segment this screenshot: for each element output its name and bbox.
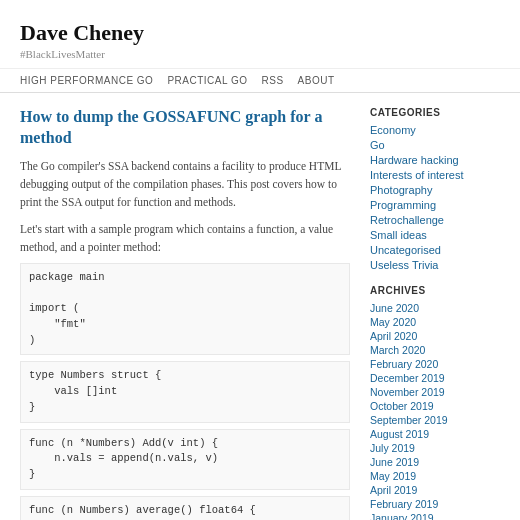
sidebar: CATEGORIES EconomyGoHardware hackingInte…: [370, 107, 500, 520]
category-link[interactable]: Retrochallenge: [370, 214, 500, 226]
code-block-3: func (n *Numbers) Add(v int) { n.vals = …: [20, 429, 350, 490]
archive-link[interactable]: June 2020: [370, 302, 500, 314]
archive-link[interactable]: February 2019: [370, 498, 500, 510]
archive-link[interactable]: May 2020: [370, 316, 500, 328]
archive-link[interactable]: March 2020: [370, 344, 500, 356]
post-lead: Let's start with a sample program which …: [20, 220, 350, 257]
archive-link[interactable]: November 2019: [370, 386, 500, 398]
code-block-1: package main import ( "fmt" ): [20, 263, 350, 356]
site-title: Dave Cheney: [20, 20, 500, 46]
category-link[interactable]: Useless Trivia: [370, 259, 500, 271]
archive-link[interactable]: April 2019: [370, 484, 500, 496]
code-block-4: func (n Numbers) average() float64 { sum…: [20, 496, 350, 520]
nav-item[interactable]: RSS: [262, 75, 284, 86]
archives-title: ARCHIVES: [370, 285, 500, 296]
category-link[interactable]: Uncategorised: [370, 244, 500, 256]
archive-link[interactable]: December 2019: [370, 372, 500, 384]
archive-link[interactable]: September 2019: [370, 414, 500, 426]
archives-list: June 2020May 2020April 2020March 2020Feb…: [370, 302, 500, 520]
site-subtitle: #BlackLivesMatter: [20, 48, 500, 60]
archive-link[interactable]: February 2020: [370, 358, 500, 370]
category-link[interactable]: Interests of interest: [370, 169, 500, 181]
categories-list: EconomyGoHardware hackingInterests of in…: [370, 124, 500, 271]
main-content: How to dump the GOSSAFUNC graph for a me…: [20, 107, 350, 520]
archive-link[interactable]: April 2020: [370, 330, 500, 342]
nav-item[interactable]: PRACTICAL GO: [167, 75, 247, 86]
archive-link[interactable]: May 2019: [370, 470, 500, 482]
category-link[interactable]: Go: [370, 139, 500, 151]
archives-section: ARCHIVES June 2020May 2020April 2020Marc…: [370, 285, 500, 520]
post-title[interactable]: How to dump the GOSSAFUNC graph for a me…: [20, 107, 350, 149]
archive-link[interactable]: October 2019: [370, 400, 500, 412]
site-header: Dave Cheney #BlackLivesMatter: [0, 0, 520, 69]
nav-item[interactable]: HIGH PERFORMANCE GO: [20, 75, 153, 86]
code-block-2: type Numbers struct { vals []int }: [20, 361, 350, 422]
post-intro: The Go compiler's SSA backend contains a…: [20, 157, 350, 212]
main-nav: HIGH PERFORMANCE GOPRACTICAL GORSSABOUT: [0, 69, 520, 93]
archive-link[interactable]: August 2019: [370, 428, 500, 440]
category-link[interactable]: Photography: [370, 184, 500, 196]
content-area: How to dump the GOSSAFUNC graph for a me…: [0, 93, 520, 520]
categories-section: CATEGORIES EconomyGoHardware hackingInte…: [370, 107, 500, 271]
archive-link[interactable]: July 2019: [370, 442, 500, 454]
category-link[interactable]: Small ideas: [370, 229, 500, 241]
nav-item[interactable]: ABOUT: [298, 75, 335, 86]
archive-link[interactable]: June 2019: [370, 456, 500, 468]
categories-title: CATEGORIES: [370, 107, 500, 118]
category-link[interactable]: Programming: [370, 199, 500, 211]
category-link[interactable]: Hardware hacking: [370, 154, 500, 166]
archive-link[interactable]: January 2019: [370, 512, 500, 520]
category-link[interactable]: Economy: [370, 124, 500, 136]
